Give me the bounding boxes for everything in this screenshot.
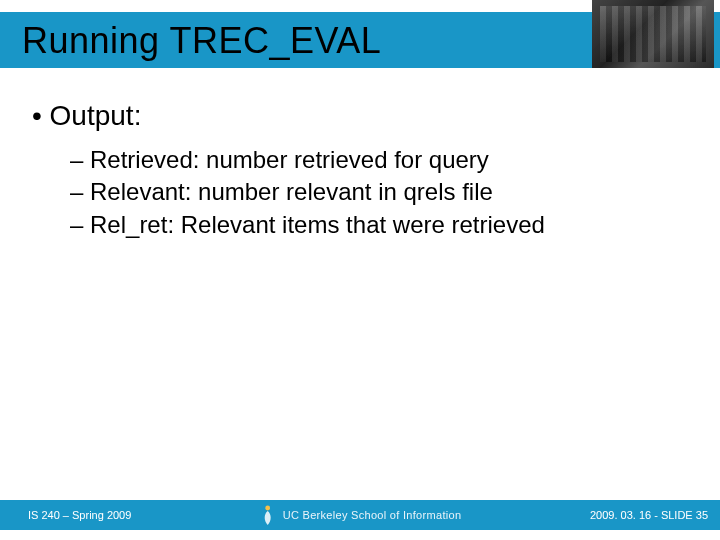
slide-title: Running TREC_EVAL [22,20,381,62]
footer-left-text: IS 240 – Spring 2009 [28,509,131,521]
slide: Running TREC_EVAL • Output: – Retrieved:… [0,0,720,540]
bullet-level2: – Retrieved: number retrieved for query [70,144,688,176]
svg-point-0 [265,506,270,511]
footer-center: UC Berkeley School of Information [259,504,462,526]
bullet-level2: – Relevant: number relevant in qrels fil… [70,176,688,208]
slide-body: • Output: – Retrieved: number retrieved … [32,100,688,241]
footer-bar: IS 240 – Spring 2009 UC Berkeley School … [0,500,720,530]
bullet-level2: – Rel_ret: Relevant items that were retr… [70,209,688,241]
footer-right-text: 2009. 03. 16 - SLIDE 35 [590,509,708,521]
bullet-heading: Output: [50,100,142,131]
bullet-item: Retrieved: number retrieved for query [90,146,489,173]
bullet-level1: • Output: [32,100,688,132]
footer-center-text: UC Berkeley School of Information [283,509,462,521]
header-decorative-image [592,0,714,68]
bullet-item: Relevant: number relevant in qrels file [90,178,493,205]
berkeley-ischool-logo-icon [259,504,277,526]
bullet-item: Rel_ret: Relevant items that were retrie… [90,211,545,238]
